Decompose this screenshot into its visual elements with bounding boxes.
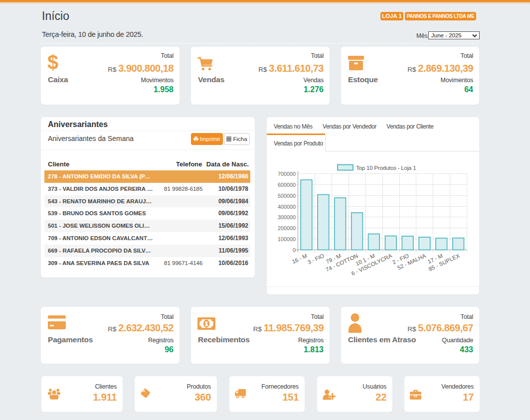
svg-text:600000: 600000	[278, 182, 296, 188]
svg-text:0: 0	[293, 247, 296, 253]
svg-text:300000: 300000	[278, 214, 296, 220]
svg-text:Top 10 Produtos - Loja 1: Top 10 Produtos - Loja 1	[356, 165, 416, 171]
svg-text:500000: 500000	[278, 193, 296, 199]
svg-text:3 - FIO: 3 - FIO	[307, 253, 325, 266]
svg-text:16 - M: 16 - M	[291, 253, 308, 265]
svg-text:400000: 400000	[278, 204, 296, 210]
svg-text:700000: 700000	[278, 171, 296, 177]
svg-text:100000: 100000	[278, 236, 296, 242]
svg-text:200000: 200000	[278, 225, 296, 231]
